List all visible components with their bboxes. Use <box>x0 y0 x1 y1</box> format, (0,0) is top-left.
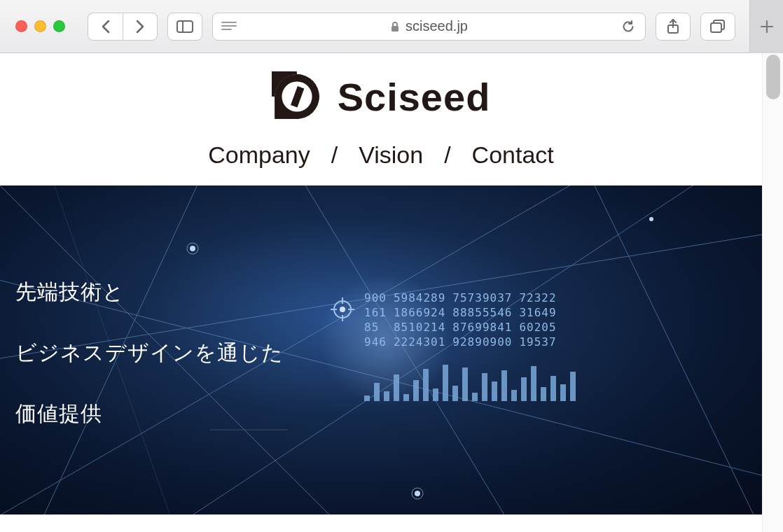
hero-line-2: ビジネスデザインを通じた <box>15 337 284 368</box>
nav-link-contact[interactable]: Contact <box>472 141 554 169</box>
hud-bar <box>364 396 370 401</box>
hud-bar <box>413 380 419 401</box>
page-viewport: Sciseed Company / Vision / Contact <box>0 53 762 532</box>
brand-name: Sciseed <box>338 74 491 120</box>
hud-bar <box>492 382 497 401</box>
hud-bar <box>541 387 546 401</box>
site-header: Sciseed Company / Vision / Contact <box>0 53 762 169</box>
nav-separator: / <box>331 141 338 169</box>
hud-row: 8585102148769984160205 <box>364 320 564 335</box>
back-button[interactable] <box>88 13 123 41</box>
hud-bar <box>452 386 458 401</box>
chevron-right-icon <box>135 20 145 34</box>
reload-button[interactable] <box>621 20 635 34</box>
svg-point-24 <box>190 246 195 251</box>
tabs-overview-button[interactable] <box>700 13 735 41</box>
new-tab-button[interactable] <box>749 0 783 53</box>
reader-icon <box>221 21 237 32</box>
hud-row: 16118669248885554631649 <box>364 305 564 320</box>
tabs-icon <box>710 20 726 34</box>
svg-rect-0 <box>177 21 193 32</box>
hud-bar <box>443 365 448 401</box>
hero-copy: 先端技術と ビジネスデザインを通じた 価値提供 <box>15 276 284 459</box>
window-zoom-button[interactable] <box>53 20 65 32</box>
hero-line-3: 価値提供 <box>15 398 284 428</box>
hud-bar <box>423 369 429 401</box>
hud-bar <box>521 377 527 401</box>
lock-icon <box>390 21 400 32</box>
url-text: sciseed.jp <box>406 18 468 34</box>
share-button[interactable] <box>656 13 691 41</box>
hud-bar <box>570 372 576 401</box>
window-controls <box>15 20 65 32</box>
nav-link-vision[interactable]: Vision <box>359 141 423 169</box>
nav-link-company[interactable]: Company <box>208 141 310 169</box>
hud-bar <box>374 383 380 401</box>
browser-toolbar: sciseed.jp <box>0 0 783 53</box>
chevron-left-icon <box>101 20 111 34</box>
hud-bar <box>472 393 478 401</box>
scrollbar-track[interactable] <box>762 53 783 532</box>
sidebar-toggle-button[interactable] <box>167 13 202 41</box>
hud-bar <box>433 388 438 401</box>
sidebar-icon <box>176 20 193 33</box>
hud-row: 90059842897573903772322 <box>364 290 564 305</box>
hud-bar-chart <box>364 359 576 401</box>
hud-bar <box>462 368 468 401</box>
address-bar[interactable]: sciseed.jp <box>212 13 646 41</box>
svg-line-20 <box>574 186 762 514</box>
scrollbar-thumb[interactable] <box>766 55 780 99</box>
share-icon <box>666 19 680 34</box>
logo-mark-icon <box>272 71 322 122</box>
hud-bar <box>560 384 566 401</box>
hero-banner: 先端技術と ビジネスデザインを通じた 価値提供 9005984289757390… <box>0 186 762 514</box>
target-icon <box>331 298 354 321</box>
svg-point-28 <box>649 217 653 221</box>
nav-separator: / <box>444 141 450 169</box>
hud-data-table: 90059842897573903772322 1611866924888555… <box>364 290 564 349</box>
window-minimize-button[interactable] <box>34 20 46 32</box>
hud-bar <box>501 370 507 401</box>
hud-bar <box>550 376 556 401</box>
site-logo[interactable]: Sciseed <box>272 71 491 122</box>
hud-bar <box>511 390 517 401</box>
hud-side-readout <box>210 429 287 430</box>
reader-mode-button[interactable] <box>221 21 237 32</box>
hero-hud-panel: 90059842897573903772322 1611866924888555… <box>364 290 576 401</box>
hero-line-1: 先端技術と <box>15 276 284 307</box>
window-close-button[interactable] <box>15 20 27 32</box>
svg-rect-5 <box>392 26 399 31</box>
hud-bar <box>394 374 399 401</box>
hud-bar <box>403 394 409 401</box>
forward-button[interactable] <box>123 13 158 41</box>
reload-icon <box>621 20 635 34</box>
hud-bar <box>531 366 536 401</box>
nav-back-forward <box>88 13 158 41</box>
svg-point-30 <box>340 307 345 312</box>
svg-point-26 <box>415 491 420 496</box>
primary-nav: Company / Vision / Contact <box>208 141 554 169</box>
plus-icon <box>760 20 774 34</box>
hud-bar <box>482 373 487 401</box>
hud-bar <box>384 391 389 401</box>
svg-rect-9 <box>711 23 721 32</box>
hud-row: 94622243019289090019537 <box>364 335 564 349</box>
